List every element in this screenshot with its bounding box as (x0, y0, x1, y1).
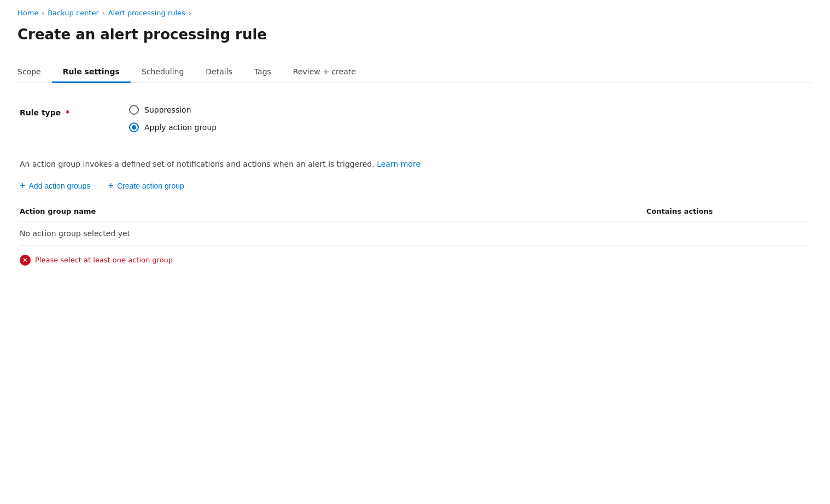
required-asterisk: * (63, 108, 69, 117)
radio-circle-apply-action-group (129, 122, 139, 132)
table-empty-row: No action group selected yet (20, 221, 810, 246)
tab-review-create[interactable]: Review + create (282, 62, 367, 83)
tab-rule-settings[interactable]: Rule settings (52, 62, 131, 83)
tab-details[interactable]: Details (195, 62, 243, 83)
add-action-groups-label: Add action groups (29, 181, 91, 190)
action-table: Action group name Contains actions No ac… (20, 202, 810, 246)
radio-dot-apply-action-group (132, 125, 136, 130)
breadcrumb-sep-2: › (102, 9, 105, 17)
error-message: Please select at least one action group (35, 256, 173, 264)
rule-type-radio-group: SuppressionApply action group (129, 105, 217, 132)
page-title: Create an alert processing rule (17, 26, 813, 44)
rule-type-section: Rule type * SuppressionApply action grou… (20, 105, 810, 132)
table-empty-message: No action group selected yet (20, 229, 810, 238)
description-text: An action group invokes a defined set of… (20, 159, 810, 170)
breadcrumb-alert-processing-rules[interactable]: Alert processing rules (108, 9, 185, 17)
tab-scope[interactable]: Scope (17, 62, 52, 83)
radio-circle-suppression (129, 105, 139, 115)
radio-label-apply-action-group: Apply action group (144, 123, 217, 132)
tab-tags[interactable]: Tags (243, 62, 282, 83)
action-buttons-row: + Add action groups + Create action grou… (20, 181, 810, 191)
radio-label-suppression: Suppression (144, 106, 191, 114)
table-header-actions: Contains actions (646, 207, 810, 215)
table-header-name: Action group name (20, 207, 646, 215)
breadcrumb-backup-center[interactable]: Backup center (48, 9, 99, 17)
tab-scheduling[interactable]: Scheduling (131, 62, 195, 83)
plus-icon-create: + (108, 181, 114, 191)
rule-type-label: Rule type * (20, 105, 129, 117)
radio-option-suppression[interactable]: Suppression (129, 105, 217, 115)
add-action-groups-button[interactable]: + Add action groups (20, 181, 90, 191)
learn-more-link[interactable]: Learn more (377, 160, 420, 168)
breadcrumb: Home › Backup center › Alert processing … (17, 9, 813, 17)
error-icon: ✕ (20, 255, 31, 266)
create-action-group-label: Create action group (117, 181, 184, 190)
table-header: Action group name Contains actions (20, 202, 810, 221)
breadcrumb-sep-3: › (189, 9, 191, 17)
breadcrumb-home[interactable]: Home (17, 9, 38, 17)
tabs-container: ScopeRule settingsSchedulingDetailsTagsR… (17, 62, 813, 83)
error-icon-x: ✕ (22, 257, 28, 263)
page-container: Home › Backup center › Alert processing … (0, 0, 830, 283)
content-area: Rule type * SuppressionApply action grou… (17, 105, 813, 266)
plus-icon-add: + (20, 181, 26, 191)
error-section: ✕ Please select at least one action grou… (20, 255, 810, 266)
create-action-group-button[interactable]: + Create action group (108, 181, 184, 191)
breadcrumb-sep-1: › (42, 9, 44, 17)
radio-option-apply-action-group[interactable]: Apply action group (129, 122, 217, 132)
